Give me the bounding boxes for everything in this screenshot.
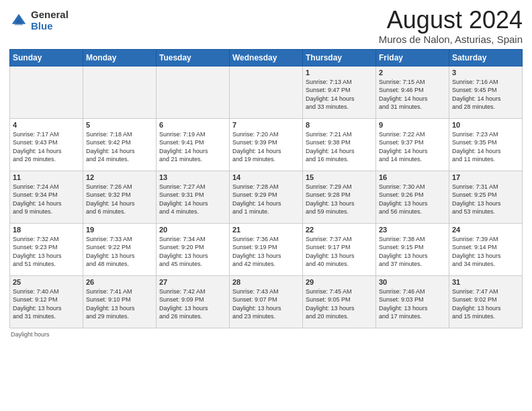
- day-number: 26: [86, 278, 153, 286]
- day-detail: Sunrise: 7:30 AM Sunset: 9:26 PM Dayligh…: [379, 183, 446, 216]
- day-number: 18: [13, 226, 80, 234]
- cell-week2-day6: 9Sunrise: 7:22 AM Sunset: 9:37 PM Daylig…: [376, 118, 449, 171]
- day-detail: Sunrise: 7:27 AM Sunset: 9:31 PM Dayligh…: [159, 183, 226, 216]
- day-number: 19: [86, 226, 153, 234]
- day-number: 7: [232, 121, 300, 129]
- day-number: 17: [452, 173, 519, 181]
- cell-week2-day7: 10Sunrise: 7:23 AM Sunset: 9:35 PM Dayli…: [449, 118, 523, 171]
- header-friday: Friday: [376, 49, 449, 66]
- day-number: 16: [379, 173, 446, 181]
- day-detail: Sunrise: 7:19 AM Sunset: 9:41 PM Dayligh…: [159, 130, 226, 164]
- cell-week1-day4: [230, 66, 303, 118]
- day-detail: Sunrise: 7:34 AM Sunset: 9:20 PM Dayligh…: [159, 235, 226, 269]
- cell-week4-day3: 20Sunrise: 7:34 AM Sunset: 9:20 PM Dayli…: [157, 223, 230, 275]
- cell-week3-day2: 12Sunrise: 7:26 AM Sunset: 9:32 PM Dayli…: [83, 171, 157, 223]
- week-row-2: 4Sunrise: 7:17 AM Sunset: 9:43 PM Daylig…: [10, 118, 523, 171]
- cell-week1-day6: 2Sunrise: 7:15 AM Sunset: 9:46 PM Daylig…: [376, 66, 449, 118]
- day-number: 13: [159, 173, 226, 181]
- header-sunday: Sunday: [10, 49, 83, 66]
- day-detail: Sunrise: 7:28 AM Sunset: 9:29 PM Dayligh…: [232, 183, 300, 216]
- header-wednesday: Wednesday: [230, 49, 303, 66]
- month-title: August 2024: [379, 7, 523, 34]
- cell-week2-day2: 5Sunrise: 7:18 AM Sunset: 9:42 PM Daylig…: [83, 118, 157, 171]
- cell-week5-day4: 28Sunrise: 7:43 AM Sunset: 9:07 PM Dayli…: [230, 275, 303, 328]
- day-detail: Sunrise: 7:41 AM Sunset: 9:10 PM Dayligh…: [86, 287, 153, 321]
- cell-week5-day1: 25Sunrise: 7:40 AM Sunset: 9:12 PM Dayli…: [10, 275, 83, 328]
- logo-icon: [9, 11, 28, 30]
- day-number: 14: [232, 173, 300, 181]
- day-number: 21: [232, 226, 300, 234]
- day-detail: Sunrise: 7:47 AM Sunset: 9:02 PM Dayligh…: [452, 287, 519, 321]
- footer-text: Daylight hours: [11, 331, 50, 338]
- day-number: 5: [86, 121, 153, 129]
- cell-week3-day4: 14Sunrise: 7:28 AM Sunset: 9:29 PM Dayli…: [230, 171, 303, 223]
- day-detail: Sunrise: 7:15 AM Sunset: 9:46 PM Dayligh…: [379, 78, 446, 111]
- calendar-table: Sunday Monday Tuesday Wednesday Thursday…: [9, 49, 523, 328]
- day-detail: Sunrise: 7:36 AM Sunset: 9:19 PM Dayligh…: [232, 235, 300, 269]
- header-tuesday: Tuesday: [157, 49, 230, 66]
- day-number: 24: [452, 226, 519, 234]
- day-number: 22: [306, 226, 373, 234]
- day-number: 1: [306, 68, 373, 77]
- header-row: General Blue August 2024 Muros de Nalon,…: [9, 7, 523, 45]
- day-number: 23: [379, 226, 446, 234]
- day-number: 20: [159, 226, 226, 234]
- day-number: 2: [379, 68, 446, 77]
- day-detail: Sunrise: 7:22 AM Sunset: 9:37 PM Dayligh…: [379, 130, 446, 164]
- day-number: 10: [452, 121, 519, 129]
- day-number: 27: [159, 278, 226, 286]
- logo-general-text: General: [31, 9, 69, 21]
- header-saturday: Saturday: [449, 49, 523, 66]
- days-header-row: Sunday Monday Tuesday Wednesday Thursday…: [10, 49, 523, 66]
- day-detail: Sunrise: 7:16 AM Sunset: 9:45 PM Dayligh…: [452, 78, 519, 111]
- cell-week1-day2: [83, 66, 157, 118]
- day-number: 29: [306, 278, 373, 286]
- day-number: 3: [452, 68, 519, 77]
- day-number: 6: [159, 121, 226, 129]
- day-detail: Sunrise: 7:45 AM Sunset: 9:05 PM Dayligh…: [306, 287, 373, 321]
- location-title: Muros de Nalon, Asturias, Spain: [379, 34, 523, 45]
- cell-week2-day1: 4Sunrise: 7:17 AM Sunset: 9:43 PM Daylig…: [10, 118, 83, 171]
- day-detail: Sunrise: 7:39 AM Sunset: 9:14 PM Dayligh…: [452, 235, 519, 269]
- day-detail: Sunrise: 7:31 AM Sunset: 9:25 PM Dayligh…: [452, 183, 519, 216]
- footer: Daylight hours: [9, 331, 523, 338]
- logo-blue-text: Blue: [31, 21, 69, 32]
- day-number: 31: [452, 278, 519, 286]
- cell-week5-day6: 30Sunrise: 7:46 AM Sunset: 9:03 PM Dayli…: [376, 275, 449, 328]
- cell-week4-day6: 23Sunrise: 7:38 AM Sunset: 9:15 PM Dayli…: [376, 223, 449, 275]
- week-row-3: 11Sunrise: 7:24 AM Sunset: 9:34 PM Dayli…: [10, 171, 523, 223]
- cell-week1-day7: 3Sunrise: 7:16 AM Sunset: 9:45 PM Daylig…: [449, 66, 523, 118]
- day-detail: Sunrise: 7:46 AM Sunset: 9:03 PM Dayligh…: [379, 287, 446, 321]
- cell-week5-day3: 27Sunrise: 7:42 AM Sunset: 9:09 PM Dayli…: [157, 275, 230, 328]
- logo: General Blue: [9, 9, 69, 32]
- cell-week5-day2: 26Sunrise: 7:41 AM Sunset: 9:10 PM Dayli…: [83, 275, 157, 328]
- day-number: 11: [13, 173, 80, 181]
- day-detail: Sunrise: 7:42 AM Sunset: 9:09 PM Dayligh…: [159, 287, 226, 321]
- cell-week3-day5: 15Sunrise: 7:29 AM Sunset: 9:28 PM Dayli…: [303, 171, 376, 223]
- cell-week4-day2: 19Sunrise: 7:33 AM Sunset: 9:22 PM Dayli…: [83, 223, 157, 275]
- logo-text: General Blue: [31, 9, 69, 32]
- day-detail: Sunrise: 7:29 AM Sunset: 9:28 PM Dayligh…: [306, 183, 373, 216]
- calendar-body: 1Sunrise: 7:13 AM Sunset: 9:47 PM Daylig…: [10, 66, 523, 328]
- cell-week2-day5: 8Sunrise: 7:21 AM Sunset: 9:38 PM Daylig…: [303, 118, 376, 171]
- cell-week1-day1: [10, 66, 83, 118]
- header-thursday: Thursday: [303, 49, 376, 66]
- day-number: 4: [13, 121, 80, 129]
- day-detail: Sunrise: 7:40 AM Sunset: 9:12 PM Dayligh…: [13, 287, 80, 321]
- day-detail: Sunrise: 7:24 AM Sunset: 9:34 PM Dayligh…: [13, 183, 80, 216]
- day-number: 12: [86, 173, 153, 181]
- week-row-1: 1Sunrise: 7:13 AM Sunset: 9:47 PM Daylig…: [10, 66, 523, 118]
- day-number: 8: [306, 121, 373, 129]
- day-number: 25: [13, 278, 80, 286]
- cell-week2-day3: 6Sunrise: 7:19 AM Sunset: 9:41 PM Daylig…: [157, 118, 230, 171]
- day-number: 28: [232, 278, 300, 286]
- cell-week4-day7: 24Sunrise: 7:39 AM Sunset: 9:14 PM Dayli…: [449, 223, 523, 275]
- cell-week2-day4: 7Sunrise: 7:20 AM Sunset: 9:39 PM Daylig…: [230, 118, 303, 171]
- cell-week3-day6: 16Sunrise: 7:30 AM Sunset: 9:26 PM Dayli…: [376, 171, 449, 223]
- day-detail: Sunrise: 7:23 AM Sunset: 9:35 PM Dayligh…: [452, 130, 519, 164]
- cell-week3-day1: 11Sunrise: 7:24 AM Sunset: 9:34 PM Dayli…: [10, 171, 83, 223]
- day-detail: Sunrise: 7:33 AM Sunset: 9:22 PM Dayligh…: [86, 235, 153, 269]
- day-detail: Sunrise: 7:13 AM Sunset: 9:47 PM Dayligh…: [306, 78, 373, 111]
- day-detail: Sunrise: 7:43 AM Sunset: 9:07 PM Dayligh…: [232, 287, 300, 321]
- cell-week4-day1: 18Sunrise: 7:32 AM Sunset: 9:23 PM Dayli…: [10, 223, 83, 275]
